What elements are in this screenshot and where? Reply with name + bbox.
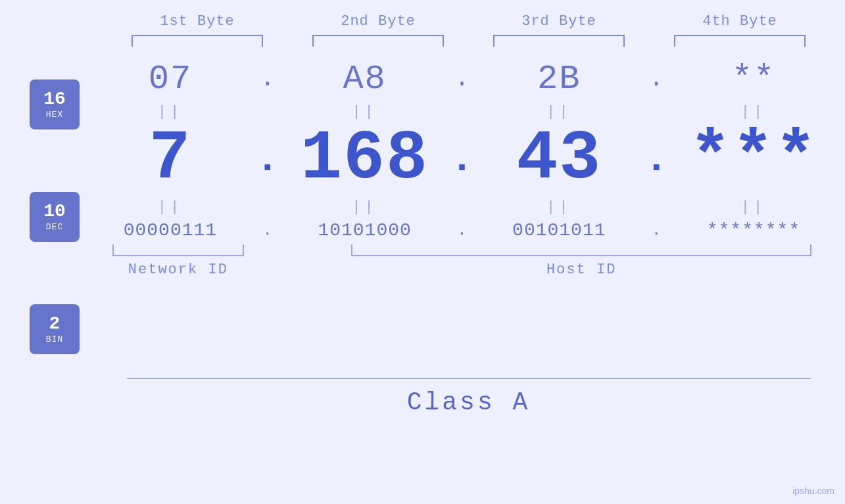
rows-container: 07 . A8 . 2B . ** || || || || 7 . xyxy=(92,60,845,278)
bracket-bottom-wide xyxy=(351,244,811,256)
bracket-top-2 xyxy=(312,35,444,47)
hex-badge-number: 16 xyxy=(43,89,66,110)
bracket-bottom-1 xyxy=(112,244,244,256)
eq1-b3: || xyxy=(487,104,631,120)
main-content: 16 HEX 10 DEC 2 BIN 07 . A8 . 2B . ** xyxy=(0,60,845,354)
byte-headers: 1st Byte 2nd Byte 3rd Byte 4th Byte xyxy=(107,13,831,30)
bottom-brackets xyxy=(92,244,832,256)
host-id-label: Host ID xyxy=(351,262,811,278)
byte1-header: 1st Byte xyxy=(125,13,270,30)
bin-b1: 00000111 xyxy=(98,220,243,241)
dec-b1: 7 xyxy=(98,125,243,194)
hex-dot1: . xyxy=(254,66,281,93)
bin-b4: ******** xyxy=(681,220,826,241)
byte3-header: 3rd Byte xyxy=(487,13,631,30)
hex-b4: ** xyxy=(681,60,826,99)
hex-dot3: . xyxy=(643,66,669,93)
dec-dot1: . xyxy=(254,137,281,182)
bin-row: 00000111 . 10101000 . 00101011 . *******… xyxy=(92,220,832,241)
eq1-b2: || xyxy=(293,104,437,120)
dec-b3: 43 xyxy=(487,125,631,194)
hex-badge: 16 HEX xyxy=(30,80,80,129)
top-brackets xyxy=(107,35,831,47)
dec-badge: 10 DEC xyxy=(30,192,80,242)
bin-b2: 10101000 xyxy=(293,220,437,241)
bin-badge-label: BIN xyxy=(46,334,63,344)
dec-dot3: . xyxy=(643,137,669,182)
eq2-b3: || xyxy=(487,199,631,216)
dec-dot2: . xyxy=(448,137,475,182)
eq2-b1: || xyxy=(98,199,243,216)
hex-badge-label: HEX xyxy=(46,110,63,120)
hex-row: 07 . A8 . 2B . ** xyxy=(92,60,832,99)
bracket-top-3 xyxy=(493,35,625,47)
eq1-b1: || xyxy=(98,104,243,120)
eq2-b4: || xyxy=(681,199,826,216)
hex-b3: 2B xyxy=(487,60,631,99)
bin-dot3: . xyxy=(643,221,669,239)
bin-dot1: . xyxy=(254,221,281,239)
eq2-b2: || xyxy=(293,199,437,216)
watermark: ipshu.com xyxy=(792,486,834,496)
dec-b2: 168 xyxy=(293,125,437,194)
hex-b2: A8 xyxy=(293,60,437,99)
byte2-header: 2nd Byte xyxy=(306,13,450,30)
byte4-header: 4th Byte xyxy=(667,13,812,30)
bin-badge-number: 2 xyxy=(49,314,60,334)
bin-dot2: . xyxy=(448,221,475,239)
dec-b4: *** xyxy=(681,125,826,194)
id-labels-row: Network ID Host ID xyxy=(92,262,832,278)
bin-b3: 00101011 xyxy=(487,220,631,241)
hex-dot2: . xyxy=(448,66,475,93)
hex-b1: 07 xyxy=(98,60,243,99)
eq1-b4: || xyxy=(681,104,826,120)
bracket-top-1 xyxy=(132,35,263,47)
class-label: Class A xyxy=(407,388,531,417)
bin-badge: 2 BIN xyxy=(30,304,80,354)
dec-badge-number: 10 xyxy=(43,202,66,222)
class-row: Class A xyxy=(127,378,811,417)
badges-column: 16 HEX 10 DEC 2 BIN xyxy=(0,60,92,354)
dec-badge-label: DEC xyxy=(46,222,63,232)
network-id-label: Network ID xyxy=(112,262,244,278)
bracket-top-4 xyxy=(674,35,806,47)
dec-row: 7 . 168 . 43 . *** xyxy=(92,125,832,194)
